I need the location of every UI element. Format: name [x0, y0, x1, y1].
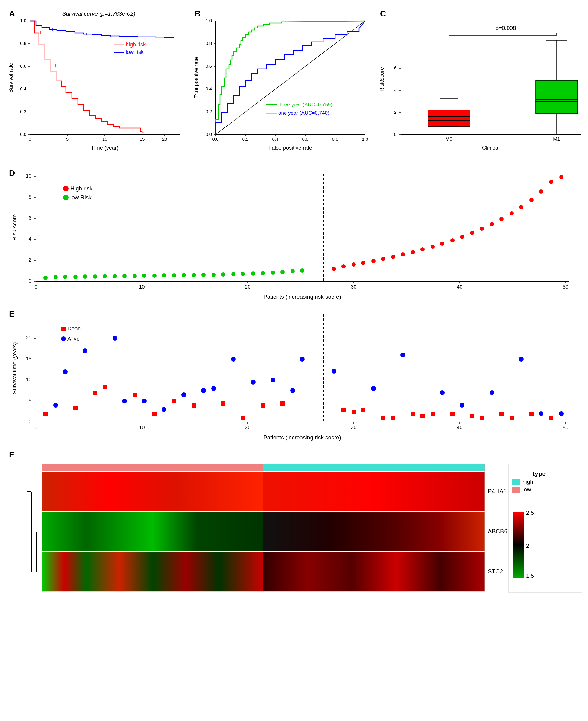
panel-b-ylabel: True positive rate — [193, 57, 199, 99]
svg-point-117 — [162, 273, 166, 277]
svg-text:50: 50 — [563, 425, 569, 430]
svg-point-143 — [440, 242, 444, 246]
svg-point-231 — [539, 411, 543, 416]
panel-d: D 0 2 4 6 8 10 Risk score 0 — [6, 165, 582, 302]
svg-point-185 — [63, 369, 68, 374]
svg-point-149 — [499, 217, 504, 221]
svg-rect-236 — [42, 464, 263, 471]
panel-a-xlabel: Time (year) — [91, 145, 118, 151]
svg-text:6: 6 — [394, 65, 397, 70]
svg-point-209 — [300, 357, 304, 362]
svg-point-152 — [529, 198, 533, 202]
svg-point-233 — [559, 411, 564, 416]
svg-text:0.4: 0.4 — [272, 137, 279, 142]
main-container: A Survival curve (p=1.763e-02) 0.0 0.2 0… — [0, 0, 588, 625]
svg-point-151 — [519, 205, 523, 209]
panel-e-legend-dead: Dead — [67, 325, 81, 332]
panel-a-xtick-10: 10 — [102, 137, 107, 142]
svg-point-124 — [231, 272, 235, 276]
svg-rect-234 — [61, 327, 65, 331]
svg-point-147 — [480, 227, 484, 231]
svg-rect-186 — [73, 406, 78, 410]
panel-e: E 0 5 10 15 20 Survival time (years) 0 1 — [6, 305, 582, 443]
svg-text:1.0: 1.0 — [206, 18, 212, 23]
svg-point-235 — [61, 336, 66, 341]
svg-point-133 — [341, 264, 345, 268]
svg-rect-74 — [536, 102, 578, 114]
svg-point-191 — [122, 399, 127, 404]
svg-point-217 — [400, 353, 405, 357]
svg-text:50: 50 — [563, 284, 569, 290]
svg-rect-65 — [428, 110, 470, 121]
svg-rect-196 — [172, 399, 176, 404]
svg-rect-205 — [260, 404, 265, 408]
panel-d-label: D — [9, 168, 15, 178]
svg-point-193 — [142, 399, 147, 404]
panel-f-colorscale-2: 2 — [526, 543, 529, 549]
svg-point-135 — [361, 261, 365, 265]
svg-point-127 — [260, 271, 265, 275]
svg-point-116 — [152, 273, 156, 278]
svg-point-121 — [202, 273, 206, 277]
svg-text:0: 0 — [29, 278, 31, 284]
panel-a-ytick-0: 0.0 — [20, 132, 26, 137]
svg-text:20: 20 — [26, 335, 31, 341]
svg-text:30: 30 — [351, 425, 357, 430]
panel-b: B 0.0 0.2 0.4 0.6 0.8 1.0 True positive … — [191, 6, 377, 162]
svg-point-141 — [420, 247, 425, 251]
panel-e-svg: E 0 5 10 15 20 Survival time (years) 0 1 — [6, 305, 582, 443]
panel-c-xlabel: Clinical — [482, 145, 499, 151]
svg-rect-215 — [381, 416, 385, 420]
svg-line-48 — [215, 21, 365, 135]
svg-point-123 — [221, 272, 225, 276]
svg-point-157 — [63, 195, 68, 200]
panel-b-legend-three: three year (AUC=0.759) — [278, 102, 333, 107]
svg-point-229 — [519, 357, 524, 362]
svg-text:0: 0 — [29, 419, 31, 425]
svg-point-118 — [172, 273, 176, 277]
svg-point-145 — [460, 235, 464, 239]
svg-rect-222 — [450, 412, 455, 416]
svg-rect-237 — [263, 464, 485, 471]
svg-rect-207 — [280, 401, 285, 406]
svg-point-108 — [73, 275, 78, 279]
panel-f-legend-type-title: type — [533, 470, 546, 477]
panel-f-gene-stc2: STC2 — [488, 568, 503, 575]
svg-point-128 — [271, 271, 275, 275]
svg-rect-72 — [536, 80, 578, 102]
panel-a-xtick-20: 20 — [162, 137, 167, 142]
svg-rect-230 — [529, 412, 533, 416]
svg-point-156 — [63, 186, 68, 191]
svg-rect-232 — [549, 416, 553, 420]
svg-point-204 — [251, 380, 255, 385]
svg-rect-224 — [470, 414, 474, 418]
svg-point-137 — [381, 257, 385, 261]
svg-point-148 — [490, 222, 494, 226]
svg-rect-220 — [430, 412, 435, 416]
svg-rect-238 — [42, 472, 263, 511]
svg-point-226 — [489, 390, 494, 395]
svg-text:20: 20 — [245, 284, 251, 290]
panel-b-svg: B 0.0 0.2 0.4 0.6 0.8 1.0 True positive … — [191, 6, 377, 162]
panel-f-colorscale-25: 2.5 — [526, 510, 534, 516]
svg-rect-252 — [512, 479, 520, 485]
panel-c-label: C — [380, 9, 386, 18]
svg-point-111 — [103, 274, 107, 279]
panel-d-legend-low: low Risk — [70, 194, 91, 201]
svg-rect-225 — [480, 416, 484, 420]
svg-rect-213 — [361, 408, 365, 412]
svg-point-221 — [440, 390, 445, 395]
panel-b-xlabel: False positive rate — [268, 145, 312, 151]
svg-point-150 — [510, 211, 514, 215]
panel-c-svg: C p=0.008 0 2 4 6 — [377, 6, 588, 162]
svg-rect-192 — [132, 393, 137, 397]
panel-a-ytick-08: 0.8 — [20, 41, 26, 46]
svg-point-134 — [352, 263, 356, 267]
panel-a-ylabel: Survival rate — [8, 63, 14, 93]
panel-d-ylabel: Risk score — [12, 214, 18, 241]
svg-text:0.4: 0.4 — [206, 86, 212, 91]
panel-b-label: B — [194, 9, 201, 18]
svg-text:10: 10 — [139, 284, 145, 290]
svg-text:0.0: 0.0 — [212, 137, 219, 142]
svg-text:4: 4 — [394, 87, 397, 92]
